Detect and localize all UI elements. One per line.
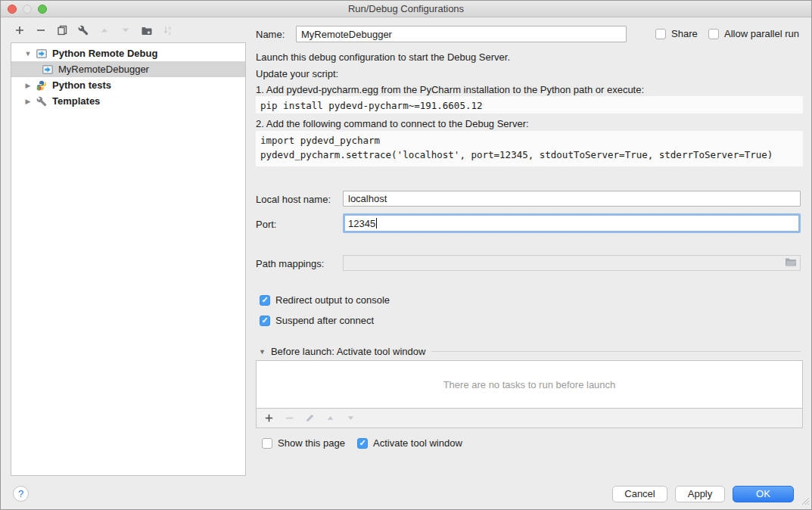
move-task-down-icon	[345, 412, 356, 424]
configurations-tree: ▼ Python Remote Debug ▶ MyRemoteDebugger…	[11, 42, 246, 476]
move-up-icon	[98, 24, 110, 36]
tree-item-python-tests[interactable]: ▶ Python tests	[11, 77, 245, 93]
activate-tool-window-label: Activate tool window	[373, 437, 462, 449]
pip-install-code: pip install pydevd-pycharm~=191.6605.12	[256, 96, 803, 114]
python-tests-icon	[36, 80, 48, 91]
instruction-step-2: 2. Add the following command to connect …	[256, 118, 529, 129]
tree-item-label: Templates	[52, 95, 100, 107]
allow-parallel-checkbox-row: Allow parallel run	[708, 28, 799, 39]
browse-folder-icon[interactable]	[785, 257, 797, 269]
share-checkbox-row: Share	[655, 28, 698, 39]
settrace-code: import pydevd_pycharm pydevd_pycharm.set…	[256, 131, 803, 166]
svg-text:a: a	[168, 25, 171, 30]
remove-task-icon	[284, 412, 295, 424]
redirect-output-checkbox[interactable]: ✓	[260, 295, 270, 306]
share-label: Share	[671, 28, 698, 39]
ok-button[interactable]: OK	[733, 486, 794, 502]
share-checkbox[interactable]	[655, 29, 666, 39]
suspend-after-connect-label: Suspend after connect	[275, 315, 374, 326]
before-launch-toolbar	[256, 409, 803, 428]
local-host-input[interactable]	[343, 191, 801, 207]
show-this-page-row: Show this page	[262, 437, 345, 449]
copy-configuration-icon[interactable]	[56, 24, 67, 36]
tree-item-templates[interactable]: ▶ Templates	[11, 93, 245, 109]
edit-task-icon	[304, 412, 316, 424]
question-mark-icon: ?	[18, 488, 23, 499]
svg-text:z: z	[168, 30, 170, 36]
cancel-button[interactable]: Cancel	[612, 486, 667, 502]
before-launch-task-list[interactable]: There are no tasks to run before launch	[256, 360, 803, 409]
resize-grip[interactable]	[801, 496, 810, 508]
suspend-after-connect-checkbox[interactable]: ✓	[260, 316, 270, 326]
apply-button[interactable]: Apply	[675, 486, 725, 502]
remote-debug-config-icon	[42, 64, 54, 75]
collapse-caret-icon[interactable]: ▼	[259, 348, 266, 356]
expand-caret-icon[interactable]: ▶	[24, 98, 32, 105]
move-down-icon	[120, 24, 131, 36]
sort-alphabetically-icon: az	[162, 24, 173, 36]
show-this-page-checkbox[interactable]	[262, 438, 272, 449]
path-mappings-input[interactable]	[343, 255, 801, 271]
redirect-output-label: Redirect output to console	[275, 294, 390, 306]
port-value: 12345	[348, 218, 375, 229]
settrace-code-line-2: pydevd_pycharm.settrace('localhost', por…	[260, 149, 773, 160]
before-launch-header[interactable]: ▼ Before launch: Activate tool window	[259, 346, 801, 357]
settrace-code-line-1: import pydevd_pycharm	[260, 135, 380, 146]
tree-item-label: Python Remote Debug	[52, 48, 157, 59]
tree-item-label: Python tests	[52, 79, 111, 91]
instruction-line-2: Update your script:	[256, 68, 338, 79]
title-bar: Run/Debug Configurations	[1, 1, 811, 17]
run-debug-configurations-dialog: Run/Debug Configurations az ▼	[0, 0, 812, 510]
allow-parallel-run-checkbox[interactable]	[708, 29, 719, 39]
edit-defaults-wrench-icon[interactable]	[77, 24, 89, 36]
instruction-step-1: 1. Add pydevd-pycharm.egg from the PyCha…	[256, 84, 644, 95]
configurations-toolbar: az	[14, 24, 173, 36]
separator-line	[431, 351, 801, 352]
before-launch-title: Before launch: Activate tool window	[271, 346, 426, 357]
collapse-caret-icon[interactable]: ▼	[24, 50, 32, 58]
remove-configuration-icon[interactable]	[35, 24, 46, 36]
redirect-output-row: ✓ Redirect output to console	[260, 294, 390, 306]
show-this-page-label: Show this page	[278, 437, 345, 449]
new-folder-icon[interactable]	[141, 24, 152, 36]
name-input[interactable]	[296, 26, 627, 42]
wrench-icon	[36, 96, 48, 107]
help-button[interactable]: ?	[13, 486, 29, 502]
activate-tool-window-row: ✓ Activate tool window	[357, 437, 462, 449]
suspend-after-connect-row: ✓ Suspend after connect	[260, 315, 374, 326]
before-launch-empty-text: There are no tasks to run before launch	[443, 379, 616, 390]
path-mappings-label: Path mappings:	[256, 258, 324, 269]
name-label: Name:	[256, 29, 285, 40]
move-task-up-icon	[325, 412, 336, 424]
tree-item-myremotedebugger[interactable]: ▶ MyRemoteDebugger	[11, 61, 245, 77]
tree-item-label: MyRemoteDebugger	[58, 64, 149, 75]
text-cursor	[376, 218, 377, 229]
expand-caret-icon[interactable]: ▶	[24, 82, 32, 89]
window-title: Run/Debug Configurations	[1, 3, 811, 14]
port-label: Port:	[256, 219, 276, 230]
instruction-line-1: Launch this debug configuration to start…	[256, 51, 510, 63]
port-input[interactable]: 12345	[343, 213, 801, 233]
add-configuration-icon[interactable]	[14, 24, 25, 36]
add-task-icon[interactable]	[263, 412, 275, 424]
tree-item-python-remote-debug[interactable]: ▼ Python Remote Debug	[11, 45, 245, 61]
allow-parallel-run-label: Allow parallel run	[724, 28, 799, 39]
remote-debug-config-icon	[36, 48, 48, 59]
activate-tool-window-checkbox[interactable]: ✓	[357, 438, 368, 449]
local-host-label: Local host name:	[256, 194, 331, 205]
